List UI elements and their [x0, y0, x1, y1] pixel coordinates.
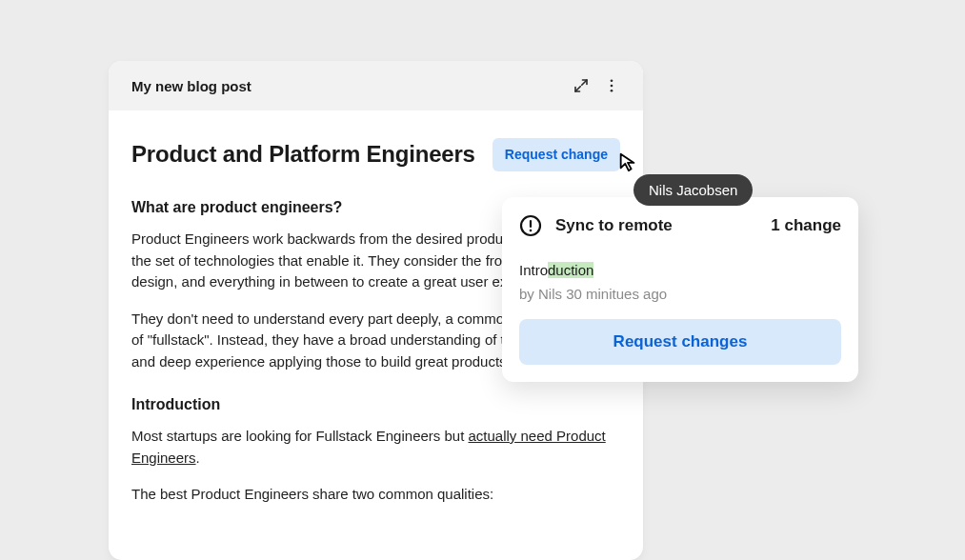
paragraph: Most startups are looking for Fullstack … [131, 426, 620, 469]
request-change-chip[interactable]: Request change [493, 138, 620, 171]
change-byline: by Nils 30 minitues ago [519, 286, 841, 302]
svg-point-0 [611, 79, 613, 82]
sync-popover: Sync to remote 1 change Introduction by … [502, 197, 858, 382]
text: Intro [519, 262, 548, 278]
request-changes-button[interactable]: Request changes [519, 319, 841, 365]
expand-icon[interactable] [569, 73, 593, 98]
doc-title: Product and Platform Engineers [131, 137, 483, 171]
svg-point-5 [530, 230, 533, 232]
popover-title: Sync to remote [555, 216, 673, 235]
paragraph: The best Product Engineers share two com… [131, 484, 620, 506]
svg-point-1 [611, 85, 613, 88]
more-icon[interactable] [599, 73, 624, 98]
alert-icon [519, 214, 542, 237]
changed-word: Introduction [519, 262, 841, 278]
text: Most startups are looking for Fullstack … [131, 428, 469, 444]
user-name-pill: Nils Jacobsen [633, 174, 753, 206]
change-count: 1 change [771, 216, 841, 235]
text: . [196, 450, 200, 466]
cursor-icon [617, 151, 638, 172]
section-heading: Introduction [131, 393, 620, 416]
window-title: My new blog post [131, 78, 251, 94]
svg-point-2 [611, 90, 613, 92]
highlight: duction [548, 262, 593, 278]
editor-header: My new blog post [109, 61, 643, 110]
